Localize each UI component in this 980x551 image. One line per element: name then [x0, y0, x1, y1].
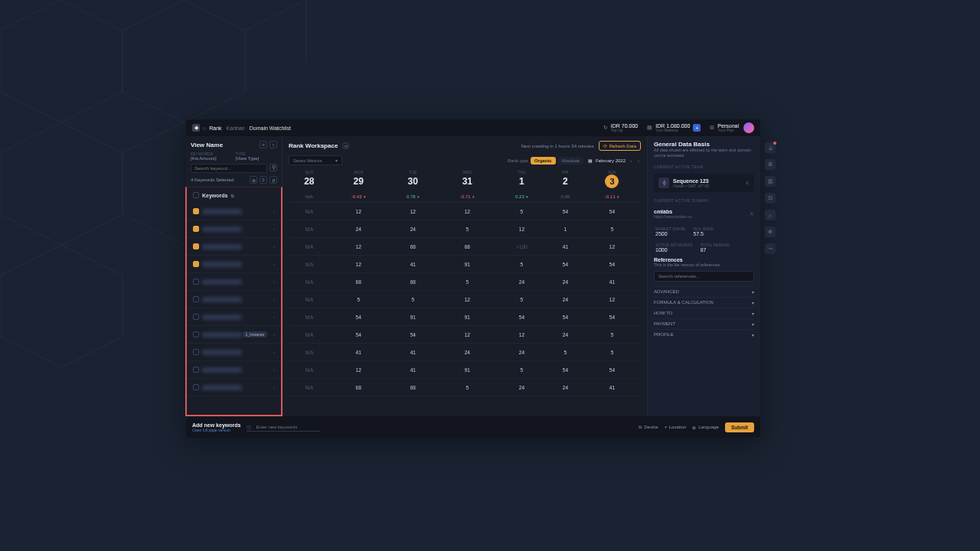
data-row[interactable]: N/A12419155454: [289, 361, 641, 379]
day-number[interactable]: 2: [547, 174, 583, 191]
breadcrumb-domain-watchlist[interactable]: Domain Watchlist: [250, 126, 291, 131]
refresh-data-button[interactable]: ⟳ Refresh Data: [599, 141, 641, 151]
search-filter-button[interactable]: ⚲: [270, 164, 277, 171]
keyword-checkbox[interactable]: [193, 349, 199, 355]
brand-menu-icon[interactable]: ⌂: [203, 126, 206, 131]
day-number[interactable]: 3: [583, 174, 641, 191]
active-team-card[interactable]: ⟠ Sequence 123 Owner • GMT +07:00 ⇱: [654, 174, 754, 192]
team-section-label: CURRENT ACTIVE TEAM: [654, 165, 754, 169]
type-meta-value: [View Type]: [236, 156, 278, 161]
domain-open-icon[interactable]: ⇱: [750, 211, 754, 217]
data-row[interactable]: N/A54541212245: [289, 326, 641, 344]
keyword-row[interactable]: ›: [187, 308, 281, 326]
keyword-checkbox[interactable]: [193, 331, 199, 337]
calendar-icon[interactable]: ▦: [588, 158, 593, 163]
location-option[interactable]: ⌖Location: [665, 425, 687, 430]
bulk-action-3[interactable]: ⇵: [270, 176, 277, 184]
rank-cell: N/A: [289, 256, 330, 273]
team-name: Sequence 123: [673, 178, 709, 184]
keyword-checkbox[interactable]: [193, 208, 199, 214]
bulk-action-2[interactable]: ≡: [260, 176, 267, 184]
accordion-item[interactable]: ADVANCED▾: [654, 286, 754, 297]
rank-cell: 68: [330, 273, 387, 291]
bulk-action-1[interactable]: ⊕: [250, 176, 257, 184]
sort-icon[interactable]: ⇅: [230, 193, 234, 198]
language-option[interactable]: ⊕Language: [692, 425, 719, 430]
accordion-item[interactable]: FORMULA & CALCULATION▾: [654, 297, 754, 308]
data-row[interactable]: N/A12419155454: [289, 256, 641, 273]
keyword-row[interactable]: ⠿›: [187, 379, 281, 396]
workspace-grid-icon[interactable]: ⊞: [710, 125, 714, 131]
add-view-button[interactable]: +: [260, 141, 267, 148]
select-all-checkbox[interactable]: [193, 192, 199, 198]
keyword-checkbox[interactable]: [193, 243, 199, 249]
keyword-checkbox[interactable]: [193, 367, 199, 373]
day-number[interactable]: 31: [439, 174, 496, 191]
accordion-item[interactable]: PAYMENT▾: [654, 318, 754, 329]
day-number[interactable]: 29: [330, 174, 387, 191]
keyword-checkbox[interactable]: [193, 226, 199, 232]
data-row[interactable]: N/A549191545454: [289, 308, 641, 326]
data-row[interactable]: N/A126868>1004112: [289, 238, 641, 256]
keyword-row[interactable]: ›: [187, 256, 281, 273]
rail-globe-icon[interactable]: ⊕: [765, 227, 776, 237]
data-row[interactable]: N/A68685242441: [289, 379, 641, 396]
next-month-button[interactable]: ›: [636, 158, 641, 163]
keyword-checkbox[interactable]: [193, 384, 199, 390]
search-keywords-input[interactable]: [191, 164, 267, 173]
rail-settings-icon[interactable]: ⚙: [765, 159, 776, 170]
view-more-button[interactable]: ›: [270, 141, 277, 148]
rank-cell: 91: [439, 308, 496, 326]
keyword-row[interactable]: ›: [187, 344, 281, 361]
avatar[interactable]: [743, 122, 754, 133]
keywords-column-header[interactable]: Keywords ⇅: [185, 187, 283, 203]
keyword-checkbox[interactable]: [193, 296, 199, 302]
keyword-row[interactable]: ›: [187, 238, 281, 256]
submit-button[interactable]: Submit: [725, 422, 754, 432]
rank-cell: 68: [387, 273, 439, 291]
accordion-item[interactable]: HOW TO▾: [654, 308, 754, 318]
device-option[interactable]: ⧉Device: [639, 425, 658, 430]
domain-section-label: CURRENT ACTIVE DOMAIN: [654, 198, 754, 203]
metrics-dropdown[interactable]: Select Metrics ▾: [289, 155, 342, 165]
data-row[interactable]: N/A551252412: [289, 291, 641, 308]
workspace-info-icon[interactable]: ⟳: [342, 142, 349, 149]
data-row[interactable]: N/A68685242441: [289, 273, 641, 291]
prev-month-button[interactable]: ‹: [629, 158, 633, 163]
day-number[interactable]: 30: [387, 174, 439, 191]
add-keywords-sublink[interactable]: Open full page version: [192, 428, 240, 432]
keyword-row[interactable]: 1_Instance›: [187, 326, 281, 344]
breadcrumb-kanban[interactable]: Kanban: [227, 126, 245, 131]
rail-calendar-icon[interactable]: ☷: [765, 193, 776, 204]
rail-notifications-icon[interactable]: 🕭: [765, 142, 776, 153]
ranktype-absolute[interactable]: Absolute: [558, 157, 583, 165]
data-row[interactable]: N/A4141242455: [289, 344, 641, 361]
active-domain-card[interactable]: cmlabs https://www.cmlabs.co ⇱: [654, 207, 754, 220]
keyword-checkbox[interactable]: [193, 279, 199, 285]
keyword-row[interactable]: ›: [187, 203, 281, 220]
rail-key-icon[interactable]: ⊸: [765, 243, 776, 254]
data-row[interactable]: N/A12121255454: [289, 203, 641, 220]
ranktype-organic[interactable]: Organic: [531, 157, 556, 165]
day-number[interactable]: 28: [289, 174, 330, 191]
new-keywords-input[interactable]: [247, 423, 320, 432]
rank-cell: 12: [439, 203, 496, 220]
rail-dashboard-icon[interactable]: ▥: [765, 176, 776, 187]
references-search-input[interactable]: [654, 271, 754, 282]
keyword-row[interactable]: ›: [187, 361, 281, 379]
topup-sub[interactable]: Top Up: [611, 129, 638, 132]
keyword-checkbox[interactable]: [193, 314, 199, 320]
day-number[interactable]: 1: [496, 174, 547, 191]
breadcrumb: Kanban Domain Watchlist: [227, 126, 291, 131]
rank-cell: 24: [547, 291, 583, 308]
keyword-checkbox[interactable]: [193, 261, 199, 267]
keyword-row[interactable]: ›: [187, 273, 281, 291]
month-label[interactable]: February 2022: [596, 158, 626, 163]
keyword-row[interactable]: ›: [187, 291, 281, 308]
add-balance-button[interactable]: +: [693, 124, 701, 132]
keyword-row[interactable]: ›: [187, 220, 281, 238]
data-row[interactable]: N/A242451215: [289, 220, 641, 238]
team-open-icon[interactable]: ⇱: [746, 181, 750, 186]
rail-search-icon[interactable]: ⌕: [765, 210, 776, 220]
accordion-item[interactable]: PROFILE▾: [654, 329, 754, 340]
